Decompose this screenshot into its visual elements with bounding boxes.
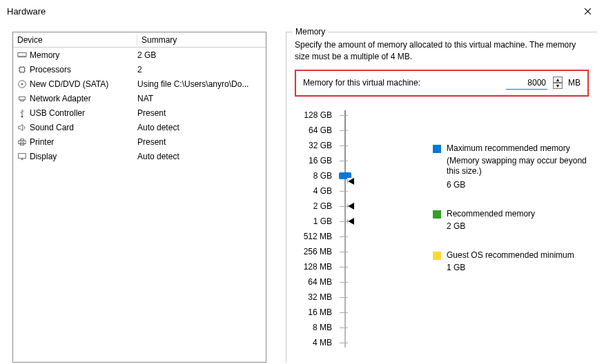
scale-tick-label: 128 MB: [295, 259, 332, 274]
disc-icon: [17, 79, 27, 89]
svg-rect-0: [18, 52, 26, 56]
scale-tick-label: 512 MB: [295, 229, 332, 244]
memory-input-row: Memory for this virtual machine: ▲ ▼ MB: [295, 70, 589, 97]
row-display[interactable]: Display Auto detect: [13, 149, 266, 163]
legend-min-label: Guest OS recommended minimum: [447, 250, 574, 260]
col-summary[interactable]: Summary: [137, 35, 266, 45]
col-device[interactable]: Device: [13, 35, 137, 45]
device-name: Sound Card: [28, 123, 137, 132]
usb-icon: [17, 108, 27, 118]
device-name: Printer: [28, 137, 137, 147]
cpu-icon: [17, 65, 27, 74]
hardware-table: Device Summary Memory 2 GB Processors 2 …: [12, 32, 266, 363]
device-name: Display: [28, 152, 137, 161]
memory-description: Specify the amount of memory allocated t…: [295, 39, 589, 63]
scale-tick-label: 64 MB: [295, 274, 332, 290]
device-name: New CD/DVD (SATA): [28, 79, 137, 89]
row-network[interactable]: Network Adapter NAT: [13, 91, 266, 105]
close-icon: [584, 8, 592, 15]
legend-rec-label: Recommended memory: [447, 209, 535, 219]
svg-rect-4: [19, 97, 26, 99]
scale-tick-label: 64 GB: [295, 123, 332, 138]
memory-spin-up[interactable]: ▲: [553, 77, 563, 83]
scale-tick-label: 128 GB: [295, 108, 332, 123]
row-sound[interactable]: Sound Card Auto detect: [13, 120, 266, 134]
device-summary: Present: [137, 108, 266, 118]
scale-tick-label: 32 GB: [295, 138, 332, 153]
legend-rec-swatch: [433, 210, 441, 219]
device-name: USB Controller: [28, 108, 137, 118]
scale-tick-label: 8 MB: [295, 320, 332, 335]
memory-spin-down[interactable]: ▼: [553, 83, 563, 89]
memory-icon: [17, 50, 27, 60]
marker-max: [347, 178, 354, 185]
memory-group-label: Memory: [293, 27, 328, 37]
marker-min: [347, 218, 354, 225]
device-name: Processors: [28, 65, 137, 74]
device-name: Memory: [28, 50, 137, 60]
scale-tick-label: 4 MB: [295, 335, 332, 350]
device-summary: Auto detect: [137, 152, 266, 161]
device-name: Network Adapter: [28, 94, 137, 103]
scale-tick-label: 8 GB: [295, 168, 332, 183]
network-icon: [17, 94, 27, 103]
svg-point-3: [21, 83, 23, 85]
memory-input-label: Memory for this virtual machine:: [303, 78, 420, 88]
close-button[interactable]: [572, 1, 603, 21]
scale-tick-label: 16 GB: [295, 153, 332, 168]
window-title: Hardware: [7, 6, 46, 17]
memory-slider[interactable]: [332, 108, 357, 350]
row-usb[interactable]: USB Controller Present: [13, 105, 266, 120]
device-summary: Auto detect: [137, 123, 266, 132]
display-icon: [17, 152, 27, 161]
sound-icon: [17, 123, 27, 132]
device-summary: 2 GB: [137, 50, 266, 60]
device-summary: Present: [137, 137, 266, 147]
memory-scale-labels: 128 GB64 GB32 GB16 GB8 GB4 GB2 GB1 GB512…: [295, 108, 332, 350]
legend-max-label: Maximum recommended memory: [447, 143, 570, 153]
scale-tick-label: 1 GB: [295, 214, 332, 229]
device-summary: NAT: [137, 94, 266, 103]
svg-rect-7: [20, 139, 23, 141]
legend-max-val: 6 GB: [447, 180, 589, 190]
legend-rec-val: 2 GB: [447, 221, 589, 231]
printer-icon: [17, 137, 27, 147]
legend-max-swatch: [433, 145, 441, 153]
legend-min-val: 1 GB: [447, 263, 589, 272]
legend-max-sub: (Memory swapping may occur beyond this s…: [447, 156, 589, 177]
legend-min-swatch: [433, 252, 441, 260]
scale-tick-label: 4 GB: [295, 183, 332, 199]
svg-rect-9: [19, 153, 26, 158]
scale-tick-label: 256 MB: [295, 244, 332, 259]
scale-tick-label: 16 MB: [295, 305, 332, 320]
row-memory[interactable]: Memory 2 GB: [13, 48, 266, 62]
scale-tick-label: 2 GB: [295, 199, 332, 214]
device-summary: 2: [137, 65, 266, 74]
marker-rec: [347, 203, 354, 210]
memory-unit: MB: [568, 78, 581, 88]
row-processors[interactable]: Processors 2: [13, 62, 266, 77]
row-cddvd[interactable]: New CD/DVD (SATA) Using file C:\Users\an…: [13, 77, 266, 91]
svg-rect-1: [20, 67, 25, 72]
svg-point-5: [21, 115, 23, 117]
memory-input[interactable]: [506, 77, 547, 90]
row-printer[interactable]: Printer Present: [13, 134, 266, 149]
scale-tick-label: 32 MB: [295, 290, 332, 305]
device-summary: Using file C:\Users\anyro\Do...: [137, 79, 266, 89]
